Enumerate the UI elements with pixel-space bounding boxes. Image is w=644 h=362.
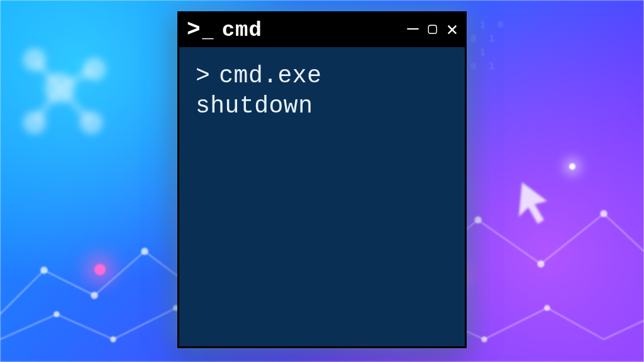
svg-point-1 — [91, 292, 97, 299]
terminal-window: >_ cmd — ▢ ✕ >cmd.exe shutdown — [177, 11, 467, 348]
command-text-line2: shutdown — [196, 92, 313, 119]
terminal-prompt-icon: >_ — [187, 19, 214, 41]
svg-point-8 — [475, 217, 481, 223]
terminal-body[interactable]: >cmd.exe shutdown — [179, 47, 465, 134]
svg-point-19 — [545, 305, 550, 310]
window-title: cmd — [222, 18, 408, 42]
window-titlebar[interactable]: >_ cmd — ▢ ✕ — [179, 13, 465, 47]
svg-point-12 — [111, 337, 116, 342]
prompt-symbol: > — [196, 62, 210, 89]
svg-marker-29 — [519, 182, 547, 224]
svg-point-18 — [482, 337, 487, 342]
svg-point-11 — [54, 312, 59, 317]
maximize-button[interactable]: ▢ — [428, 22, 437, 41]
svg-point-2 — [142, 248, 148, 255]
command-text-line1: cmd.exe — [219, 62, 321, 89]
minimize-button[interactable]: — — [407, 19, 419, 38]
svg-point-0 — [41, 267, 47, 273]
svg-point-9 — [538, 261, 544, 267]
svg-point-10 — [601, 211, 607, 217]
svg-line-28 — [60, 88, 91, 123]
close-button[interactable]: ✕ — [447, 21, 458, 40]
